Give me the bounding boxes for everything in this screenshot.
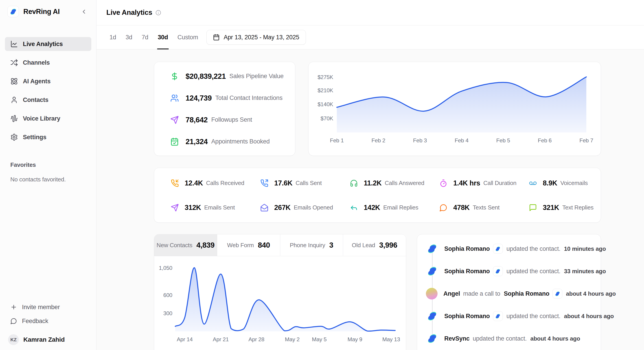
revring-logo-chip — [493, 311, 503, 321]
actor-name[interactable]: Sophia Romano — [444, 268, 490, 275]
svg-text:1,050: 1,050 — [159, 265, 172, 271]
info-icon[interactable] — [156, 10, 161, 16]
favorites-heading: Favorites — [10, 161, 96, 168]
svg-text:$210K: $210K — [318, 87, 334, 93]
chart-line-icon — [10, 40, 18, 48]
kpi-sales-pipeline: $20,839,221 Sales Pipeline Value — [154, 65, 295, 87]
stat-call-duration: 1.4K hrsCall Duration — [439, 179, 529, 187]
gear-icon — [10, 133, 18, 141]
stat-texts-sent: 478KTexts Sent — [439, 204, 529, 212]
range-tab-30d[interactable]: 30d — [153, 25, 173, 49]
stat-calls-received: 12.4KCalls Received — [171, 179, 260, 187]
svg-text:Feb 6: Feb 6 — [538, 137, 552, 143]
date-range-value: Apr 13, 2025 - May 13, 2025 — [224, 34, 299, 41]
svg-text:Feb 2: Feb 2 — [372, 137, 386, 143]
favorites-empty-text: No contacts favorited. — [10, 176, 96, 183]
invite-member-button[interactable]: Invite member — [0, 300, 96, 314]
avatar — [426, 332, 438, 345]
sidebar-item-voice-library[interactable]: Voice Library — [5, 112, 91, 126]
date-range-button[interactable]: Apr 13, 2025 - May 13, 2025 — [206, 30, 306, 45]
svg-text:Feb 7: Feb 7 — [580, 137, 593, 143]
calendar-icon — [213, 34, 220, 41]
sidebar-item-channels[interactable]: Channels — [5, 56, 91, 70]
sidebar-nav: Live Analytics Channels AI Agents Contac… — [0, 37, 96, 149]
sidebar-item-ai-agents[interactable]: AI Agents — [5, 74, 91, 88]
stat-emails-opened: 267KEmails Opened — [260, 204, 350, 212]
actor-name[interactable]: Angel — [444, 290, 460, 297]
actor-name[interactable]: Sophia Romano — [444, 245, 490, 252]
avatar — [426, 265, 438, 277]
sidebar-item-label: Channels — [23, 59, 50, 66]
feedback-label: Feedback — [22, 318, 48, 325]
app-logo — [8, 6, 19, 17]
range-tab-3d[interactable]: 3d — [121, 25, 137, 49]
sidebar-item-label: Voice Library — [23, 115, 60, 122]
svg-text:$70K: $70K — [321, 115, 334, 121]
revring-logo-icon — [9, 8, 18, 16]
list-item[interactable]: Sophia Romano updated the contact. 33 mi… — [417, 260, 601, 282]
main-content: $20,839,221 Sales Pipeline Value 124,739… — [96, 49, 644, 350]
avatar — [426, 310, 438, 322]
revring-logo-chip — [552, 289, 562, 299]
activity-action: made a call to — [463, 290, 500, 297]
voicemail-icon — [529, 179, 537, 187]
feedback-button[interactable]: Feedback — [0, 314, 96, 328]
list-item[interactable]: RevSync updated the contact. about 4 hou… — [417, 327, 601, 350]
activity-timestamp: about 4 hours ago — [530, 335, 580, 342]
kpi-appointments-booked: 21,324 Appointments Booked — [154, 131, 295, 152]
phone-outgoing-icon — [260, 179, 268, 187]
revring-logo-chip — [493, 244, 503, 254]
timer-icon — [439, 179, 448, 187]
phone-incoming-icon — [171, 179, 179, 187]
actor-name[interactable]: RevSync — [444, 335, 470, 342]
actor-name[interactable]: Sophia Romano — [444, 313, 490, 320]
list-item[interactable]: Sophia Romano updated the contact. about… — [417, 305, 601, 327]
message-circle-icon — [10, 318, 17, 324]
svg-text:Feb 4: Feb 4 — [454, 137, 468, 143]
send-icon — [170, 116, 179, 124]
range-tab-custom[interactable]: Custom — [173, 25, 203, 49]
activity-feed-card: Sophia Romano updated the contact. 10 mi… — [417, 234, 601, 350]
list-item[interactable]: Sophia Romano updated the contact. 10 mi… — [417, 237, 601, 260]
activity-action: updated the contact. — [506, 313, 560, 320]
svg-text:Apr 21: Apr 21 — [213, 336, 229, 342]
sidebar-item-contacts[interactable]: Contacts — [5, 93, 91, 107]
message-square-icon — [529, 204, 537, 212]
page-header: Live Analytics — [96, 0, 644, 25]
send-icon — [171, 204, 179, 212]
users-icon — [170, 94, 179, 102]
stat-calls-answered: 11.2KCalls Answered — [350, 179, 439, 187]
list-item[interactable]: Angel made a call to Sophia Romano about… — [417, 282, 601, 305]
range-tab-1d[interactable]: 1d — [105, 25, 121, 49]
channel-stats-card: 12.4KCalls Received 17.6KCalls Sent 11.2… — [154, 168, 601, 223]
contact-sources-card: New Contacts 4,839 Web Form 840 Phone In… — [154, 234, 406, 350]
favorites-section: Favorites No contacts favorited. — [0, 161, 96, 183]
activity-timestamp: 10 minutes ago — [564, 245, 606, 252]
svg-text:300: 300 — [163, 310, 172, 316]
sidebar-item-live-analytics[interactable]: Live Analytics — [5, 37, 91, 51]
headphones-icon — [350, 179, 358, 187]
activity-timestamp: 33 minutes ago — [564, 268, 606, 275]
sidebar-collapse-button[interactable] — [80, 8, 87, 15]
user-menu[interactable]: KZ Kamran Zahid — [0, 331, 96, 348]
new-contacts-area-chart: 3006001,050Apr 14Apr 21Apr 28May 2May 5M… — [154, 234, 406, 350]
svg-text:$275K: $275K — [318, 74, 334, 80]
sidebar-item-settings[interactable]: Settings — [5, 130, 91, 144]
sidebar-item-label: Contacts — [23, 97, 48, 104]
audio-waveform-icon — [10, 115, 18, 122]
kpi-contact-interactions: 124,739 Total Contact Interactions — [154, 87, 295, 109]
user-name: Kamran Zahid — [23, 336, 64, 343]
target-name[interactable]: Sophia Romano — [504, 290, 549, 297]
stat-text-replies: 321KText Replies — [529, 204, 618, 212]
sidebar-item-label: Live Analytics — [23, 41, 63, 48]
kpi-summary-card: $20,839,221 Sales Pipeline Value 124,739… — [154, 62, 295, 156]
pipeline-chart-card: $70K$140K$210K$275KFeb 1Feb 2Feb 3Feb 4F… — [308, 62, 601, 156]
avatar — [426, 287, 438, 300]
plus-icon — [10, 304, 17, 310]
stat-calls-sent: 17.6KCalls Sent — [260, 179, 350, 187]
stat-email-replies: 142KEmail Replies — [350, 204, 439, 212]
svg-text:May 5: May 5 — [312, 336, 327, 342]
revring-logo-chip — [493, 266, 503, 276]
activity-timestamp: about 4 hours ago — [564, 313, 614, 320]
range-tab-7d[interactable]: 7d — [137, 25, 153, 49]
